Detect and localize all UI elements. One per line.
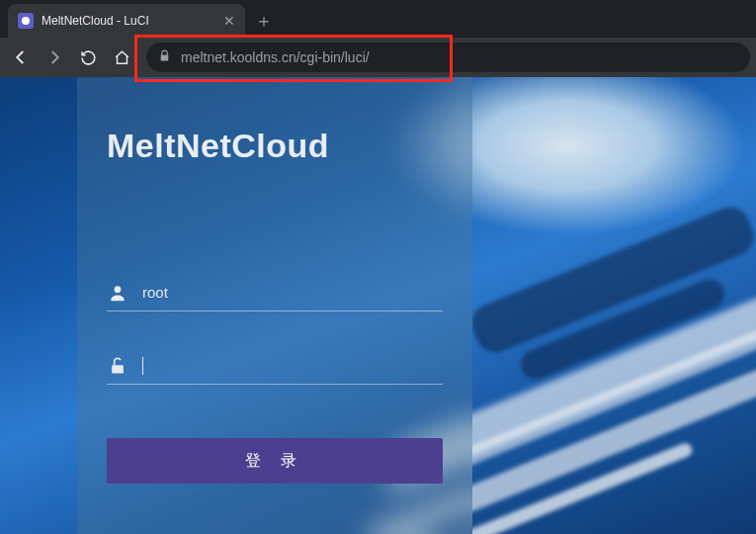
password-input[interactable] xyxy=(157,353,443,378)
svg-point-0 xyxy=(115,286,122,293)
home-button[interactable] xyxy=(107,43,136,72)
username-row xyxy=(107,274,443,312)
tab-strip: MeltNetCloud - LuCI ✕ ＋ xyxy=(0,0,756,38)
username-input[interactable] xyxy=(142,280,443,305)
back-button[interactable] xyxy=(6,43,36,72)
forward-button[interactable] xyxy=(40,43,69,72)
new-tab-button[interactable]: ＋ xyxy=(245,4,283,38)
login-button[interactable]: 登 录 xyxy=(107,438,443,484)
tab-title: MeltNetCloud - LuCI xyxy=(42,14,215,28)
url-text: meltnet.kooldns.cn/cgi-bin/luci/ xyxy=(181,49,370,65)
login-panel: MeltNetCloud 登 录 xyxy=(77,77,472,534)
favicon-icon xyxy=(18,13,34,29)
close-icon[interactable]: ✕ xyxy=(223,14,235,28)
reload-button[interactable] xyxy=(73,43,103,72)
address-bar[interactable]: meltnet.kooldns.cn/cgi-bin/luci/ xyxy=(146,43,750,72)
password-row xyxy=(107,347,443,385)
brand-title: MeltNetCloud xyxy=(107,127,443,165)
browser-tab[interactable]: MeltNetCloud - LuCI ✕ xyxy=(8,4,245,38)
browser-toolbar: meltnet.kooldns.cn/cgi-bin/luci/ xyxy=(0,38,756,77)
unlock-icon xyxy=(107,356,128,376)
browser-chrome: MeltNetCloud - LuCI ✕ ＋ meltnet.kooldns.… xyxy=(0,0,756,77)
svg-rect-1 xyxy=(112,365,124,373)
user-icon xyxy=(107,283,128,303)
page-content: MeltNetCloud 登 录 xyxy=(0,77,756,534)
text-cursor xyxy=(142,357,143,375)
lock-icon xyxy=(158,48,171,66)
